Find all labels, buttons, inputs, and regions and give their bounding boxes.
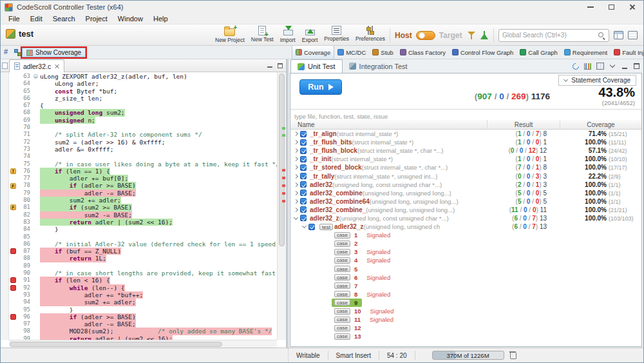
filter-icon[interactable] (467, 31, 476, 40)
checkbox-checked[interactable] (300, 198, 307, 204)
function-row[interactable]: adler32_combine_(unsigned long, unsigned… (290, 206, 641, 214)
code-line[interactable]: 73 adler &= 0xffff; (9, 146, 277, 153)
new-test-button[interactable]: New Test (248, 25, 277, 46)
function-row[interactable]: _tr_flush_bits(struct internal_state *)(… (290, 138, 641, 146)
close-tab-icon[interactable] (54, 64, 59, 69)
host-target-toggle[interactable] (416, 31, 435, 40)
test-row[interactable]: testadler32_z(unsigned long, unsigned ch… (290, 222, 641, 231)
test-case-row[interactable]: case13 (290, 332, 641, 340)
fold-collapse-icon[interactable] (33, 74, 38, 79)
close-button[interactable] (621, 1, 642, 13)
menu-edit[interactable]: Edit (25, 15, 48, 23)
export-button[interactable]: Export (299, 25, 321, 46)
test-case-row[interactable]: case3Signaled (290, 248, 641, 256)
column-header-coverage[interactable]: Coverage (560, 120, 641, 129)
scrollbar-thumb[interactable] (279, 74, 285, 246)
code-line[interactable]: 85 (9, 233, 277, 240)
code-line[interactable]: 99 return adler | (sum2 << 16); (9, 335, 277, 340)
checkbox-checked[interactable] (300, 148, 307, 154)
checkbox-checked[interactable] (300, 156, 307, 162)
editor-horizontal-scrollbar[interactable] (9, 340, 277, 348)
checkbox-checked[interactable] (300, 206, 307, 213)
checkbox-checked[interactable] (300, 139, 307, 146)
view-tab-requirement[interactable]: Requirement (561, 46, 611, 59)
analysis-icon[interactable] (480, 31, 489, 39)
code-line[interactable]: 79 adler -= BASE; (9, 190, 277, 197)
code-line[interactable]: 90 /* in case short lengths are provided… (9, 270, 277, 277)
expand-arrow-icon[interactable] (300, 226, 308, 228)
view-menu-icon[interactable] (608, 62, 616, 70)
test-case-row[interactable]: case6Signaled (290, 273, 641, 282)
preferences-button[interactable]: Preferences (352, 25, 388, 46)
show-coverage-button[interactable]: Show Coverage (22, 48, 86, 57)
code-line[interactable]: 89 (9, 262, 277, 270)
run-button[interactable]: Run (299, 79, 342, 95)
test-case-row[interactable]: case5 (290, 265, 641, 273)
code-line[interactable]: 84 } (9, 226, 277, 233)
test-case-row[interactable]: case10Signaled (290, 307, 641, 315)
report-icon[interactable] (583, 62, 592, 70)
code-line[interactable]: 97 adler -= BASE; (9, 320, 277, 328)
view-tab-call-graph[interactable]: Call Graph (516, 46, 560, 59)
tab-integration-test[interactable]: Integration Test (343, 59, 414, 73)
function-row[interactable]: adler32_z(unsigned long, const unsigned … (290, 214, 641, 222)
import-button[interactable]: Import (277, 25, 299, 46)
checkbox-checked[interactable] (300, 131, 307, 137)
function-row[interactable]: adler32_combine(unsigned long, unsigned … (290, 189, 641, 197)
refresh-icon[interactable] (571, 62, 580, 70)
code-line[interactable]: 86 /* initial Adler-32 value (deferred c… (9, 240, 277, 248)
coverage-type-select[interactable]: Statement Coverage (558, 75, 636, 86)
code-line[interactable]: 80 sum2 += adler; (9, 197, 277, 204)
garbage-collect-icon[interactable] (509, 351, 516, 359)
coverage-marks-icon[interactable] (3, 48, 11, 57)
code-line[interactable]: 87 if (buf == Z_NULL) (9, 248, 277, 255)
test-case-row[interactable]: case9 (290, 299, 641, 307)
view-tab-control-flow-graph[interactable]: Control Flow Graph (449, 46, 516, 59)
test-case-row[interactable]: case8Signaled (290, 290, 641, 299)
code-line[interactable]: 96 if (adler >= BASE) (9, 313, 277, 320)
columns-icon[interactable] (596, 62, 604, 70)
tab-unit-test[interactable]: Unit Test (290, 59, 343, 73)
test-case-row[interactable]: case12 (290, 324, 641, 332)
function-row[interactable]: _tr_align(struct internal_state *)(1 / 0… (290, 130, 641, 138)
expand-arrow-icon[interactable] (292, 175, 299, 178)
expand-arrow-icon[interactable] (292, 141, 299, 144)
code-line[interactable]: 77 adler += buf[0]; (9, 175, 277, 182)
code-line[interactable]: F78 if (adler >= BASE) (9, 182, 277, 189)
menu-search[interactable]: Search (48, 15, 80, 23)
minimize-button[interactable] (580, 1, 601, 13)
view-tab-class-factory[interactable]: Class Factory (397, 46, 449, 59)
expand-arrow-icon[interactable] (292, 191, 299, 195)
function-row[interactable]: _tr_tally(struct internal_state *, unsig… (290, 172, 641, 180)
function-row[interactable]: _tr_flush_block(struct internal_state *,… (290, 146, 641, 155)
expand-arrow-icon[interactable] (292, 149, 299, 152)
test-case-row[interactable]: case2 (290, 239, 641, 248)
column-header-name[interactable]: Name (290, 120, 488, 129)
function-row[interactable]: adler32(unsigned long, const unsigned ch… (290, 181, 641, 189)
checkbox-checked[interactable] (300, 164, 307, 171)
test-case-row[interactable]: case7 (290, 282, 641, 290)
view-tab-mc-dc[interactable]: MC/DC (334, 46, 369, 59)
menu-help[interactable]: Help (148, 15, 173, 23)
test-case-row[interactable]: case1Signaled (290, 231, 641, 239)
minimize-view-icon[interactable] (620, 62, 629, 70)
view-tab-fault-injection[interactable]: Fault Injection (611, 46, 643, 59)
code-line[interactable]: 88 return 1L; (9, 255, 277, 262)
view-tab-coverage[interactable]: Coverage (292, 46, 334, 59)
code-line[interactable]: 93 adler += *buf++; (9, 291, 277, 299)
code-line[interactable]: 95 } (9, 306, 277, 313)
function-row[interactable]: _tr_init(struct internal_state *)(1 / 0 … (290, 155, 641, 163)
code-line[interactable]: 74 (9, 153, 277, 160)
menu-window[interactable]: Window (113, 15, 148, 23)
properties-button[interactable]: Properties (321, 25, 352, 46)
code-line[interactable]: 64 uLong adler; (9, 80, 277, 87)
scrollbar-thumb[interactable] (10, 342, 222, 347)
code-line[interactable]: F81 if (sum2 >= BASE) (9, 204, 277, 211)
menu-project[interactable]: Project (80, 15, 113, 23)
checkbox-checked[interactable] (300, 173, 307, 179)
code-line[interactable]: 65 const Bytef *buf; (9, 88, 277, 95)
test-case-row[interactable]: case4Signaled (290, 256, 641, 264)
column-header-result[interactable]: Result (488, 120, 560, 129)
expand-arrow-icon[interactable] (292, 217, 299, 219)
checkbox-checked[interactable] (300, 190, 307, 196)
